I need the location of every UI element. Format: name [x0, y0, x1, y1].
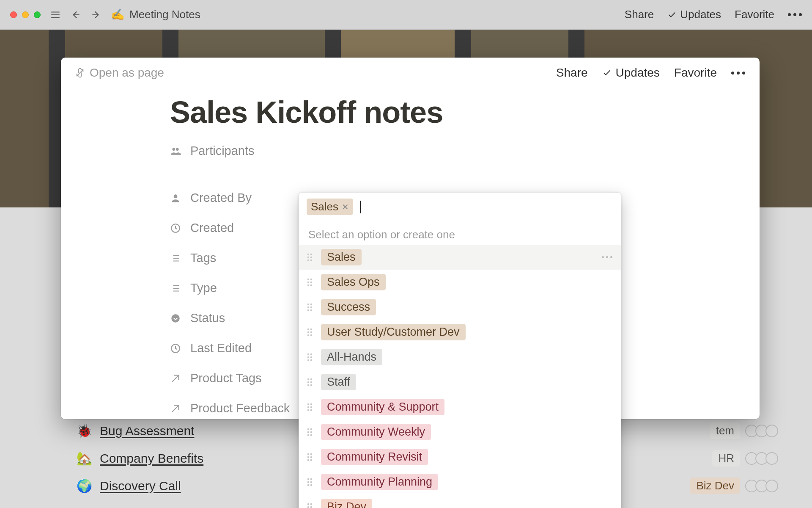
property-label: Status [190, 311, 225, 325]
property-label: Tags [190, 251, 216, 265]
list-icon [170, 283, 181, 294]
modal-toolbar: Open as page Share Updates Favorite [61, 58, 760, 84]
status-icon [170, 313, 181, 324]
property-label: Last Edited [190, 341, 252, 355]
clock-icon [170, 343, 181, 354]
toolbar-more-icon[interactable] [788, 13, 802, 16]
tag-option-label: Success [321, 299, 376, 315]
toolbar-share-button[interactable]: Share [625, 8, 654, 21]
tag-option-label: Community Revisit [321, 449, 428, 465]
row-emoji-icon: 🌍 [76, 478, 92, 493]
property-label: Participants [190, 144, 255, 158]
drag-handle-icon[interactable] [307, 254, 314, 261]
tag-option[interactable]: Community & Support [299, 395, 621, 420]
tag-option-label: User Study/Customer Dev [321, 324, 466, 340]
row-emoji-icon: 🐞 [76, 423, 92, 438]
tag-option[interactable]: Staff [299, 370, 621, 395]
modal-favorite-button[interactable]: Favorite [674, 66, 717, 80]
page-peek-modal: Open as page Share Updates Favorite Sale… [61, 58, 760, 419]
tag-option-label: Sales [321, 249, 362, 265]
breadcrumb-title: Meeting Notes [129, 8, 200, 21]
row-title: Discovery Call [100, 479, 181, 493]
page-emoji-icon: ✍️ [111, 8, 124, 21]
tag-option-more-icon[interactable] [602, 256, 612, 258]
property-label: Product Feedback [190, 401, 290, 415]
tag-select-input-row[interactable]: Sales ✕ [299, 193, 621, 222]
modal-updates-label: Updates [616, 66, 660, 80]
property-row-participants[interactable]: Participants [170, 144, 760, 158]
arrow-icon [170, 403, 181, 414]
tag-option[interactable]: Community Weekly [299, 420, 621, 444]
tag-option[interactable]: Community Planning [299, 469, 621, 494]
tag-option-label: Biz Dev [321, 499, 372, 508]
toolbar-favorite-button[interactable]: Favorite [735, 8, 774, 21]
drag-handle-icon[interactable] [307, 453, 314, 461]
clock-icon [170, 223, 181, 234]
row-avatars [748, 452, 778, 465]
row-emoji-icon: 🏡 [76, 451, 92, 466]
selected-tag-chip-label: Sales [311, 200, 338, 213]
arrow-icon [170, 373, 181, 384]
row-tag: HR [712, 450, 740, 467]
window-controls [10, 11, 41, 18]
row-title: Company Benefits [100, 451, 203, 466]
tag-select-popover: Sales ✕ Select an option or create one S… [299, 192, 621, 508]
row-tag: tem [710, 422, 740, 439]
property-label: Created [190, 221, 234, 235]
drag-handle-icon[interactable] [307, 304, 314, 311]
sidebar-toggle-icon[interactable] [50, 9, 61, 20]
property-label: Type [190, 281, 217, 295]
row-avatars [748, 480, 778, 492]
drag-handle-icon[interactable] [307, 503, 314, 508]
drag-handle-icon[interactable] [307, 329, 314, 336]
nav-forward-icon[interactable] [91, 9, 102, 20]
person-icon [170, 193, 181, 204]
list-icon [170, 253, 181, 264]
open-as-page-button[interactable]: Open as page [75, 66, 164, 80]
drag-handle-icon[interactable] [307, 279, 314, 286]
tag-option-label: Community Planning [321, 474, 438, 490]
tag-option-label: Community & Support [321, 399, 444, 415]
tag-option[interactable]: Community Revisit [299, 444, 621, 469]
toolbar-updates-button[interactable]: Updates [667, 8, 721, 21]
toolbar-updates-label: Updates [680, 8, 721, 21]
text-cursor [360, 201, 361, 213]
drag-handle-icon[interactable] [307, 478, 314, 486]
nav-back-icon[interactable] [70, 9, 81, 20]
tag-option[interactable]: User Study/Customer Dev [299, 320, 621, 345]
remove-chip-icon[interactable]: ✕ [342, 202, 349, 212]
tag-option[interactable]: All-Hands [299, 345, 621, 370]
tag-select-hint: Select an option or create one [299, 222, 621, 245]
drag-handle-icon[interactable] [307, 353, 314, 361]
tag-option-label: Community Weekly [321, 424, 431, 440]
tag-option[interactable]: Success [299, 295, 621, 320]
modal-updates-button[interactable]: Updates [602, 66, 660, 80]
property-label: Product Tags [190, 371, 262, 385]
row-title: Bug Assessment [100, 424, 194, 438]
drag-handle-icon[interactable] [307, 428, 314, 436]
tag-option-label: All-Hands [321, 349, 382, 365]
tag-option[interactable]: Sales [299, 245, 621, 270]
minimize-window-button[interactable] [22, 11, 29, 18]
tag-option-label: Staff [321, 374, 356, 390]
modal-share-button[interactable]: Share [556, 66, 588, 80]
breadcrumb[interactable]: ✍️ Meeting Notes [111, 8, 200, 21]
participants-icon [170, 146, 181, 157]
close-window-button[interactable] [10, 11, 17, 18]
drag-handle-icon[interactable] [307, 378, 314, 386]
property-label: Created By [190, 191, 252, 205]
tag-option-label: Sales Ops [321, 274, 386, 290]
page-title[interactable]: Sales Kickoff notes [170, 95, 760, 130]
row-tag: Biz Dev [690, 478, 740, 494]
selected-tag-chip[interactable]: Sales ✕ [307, 199, 353, 215]
expand-icon [75, 68, 85, 77]
tag-option[interactable]: Biz Dev [299, 494, 621, 508]
modal-more-icon[interactable] [731, 72, 745, 75]
fullscreen-window-button[interactable] [34, 11, 41, 18]
open-as-page-label: Open as page [90, 66, 164, 80]
drag-handle-icon[interactable] [307, 403, 314, 411]
tag-option[interactable]: Sales Ops [299, 270, 621, 295]
row-avatars [748, 425, 778, 437]
app-toolbar: ✍️ Meeting Notes Share Updates Favorite [0, 0, 812, 30]
